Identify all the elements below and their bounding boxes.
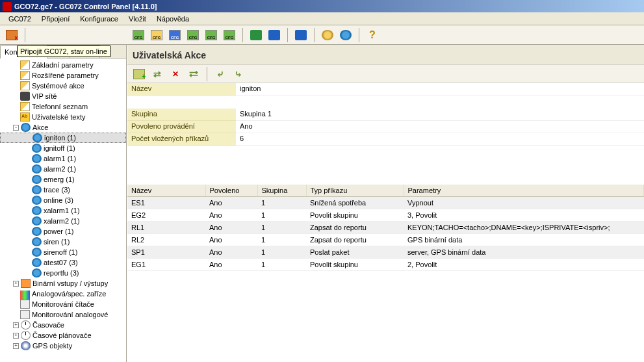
tree-label: Monitorování čítače [32, 300, 94, 308]
tree-item[interactable]: -Akce [0, 122, 126, 133]
titlebar: GCO72.gc7 - GC072 Control Panel [4.11.0] [0, 0, 644, 12]
menu-item[interactable]: Připojení [37, 14, 74, 24]
expander-icon[interactable]: + [13, 333, 19, 339]
table-cell: Povolit skupinu [306, 259, 404, 271]
tree-item[interactable]: sirenoff (1) [0, 247, 126, 257]
expander-icon[interactable]: - [13, 125, 19, 131]
tree-item[interactable]: online (3) [0, 195, 126, 205]
tree-item[interactable]: Analogová/spec. zaříze [0, 289, 126, 299]
cfg-button-4[interactable]: CFG [185, 27, 201, 43]
column-header[interactable]: Název [127, 185, 205, 197]
action-blue-2[interactable] [293, 27, 309, 43]
table-cell: Zapsat do reportu [306, 234, 404, 246]
property-value[interactable]: igniton [236, 83, 644, 96]
column-header[interactable]: Povoleno [205, 185, 257, 197]
table-cell: GPS binární data [404, 234, 644, 246]
tree-item[interactable]: +Časové plánovače [0, 330, 126, 341]
tree-item[interactable]: xalarm2 (1) [0, 216, 126, 226]
menu-item[interactable]: GC072 [4, 14, 36, 24]
table-cell: 1 [257, 259, 306, 271]
table-cell: Ano [205, 234, 257, 246]
outdent-button[interactable]: ⤷ [231, 66, 246, 82]
tree-item[interactable]: VIP sítě [0, 91, 126, 101]
tree-item[interactable]: trace (3) [0, 185, 126, 195]
cfg-button-3[interactable]: CFG [167, 27, 183, 43]
cfg-button-1[interactable]: CFG [131, 27, 146, 43]
tree-item[interactable]: Monitorování analogové [0, 309, 126, 320]
commands-table: NázevPovolenoSkupinaTyp příkazuParametry… [127, 185, 644, 271]
table-row[interactable]: EG2Ano1Povolit skupinu3, Povolit [127, 209, 644, 222]
property-row: Počet vložených příkazů6 [127, 133, 644, 146]
action-green[interactable] [248, 27, 264, 43]
table-cell: 3, Povolit [404, 209, 644, 222]
expander-icon[interactable]: + [13, 281, 19, 287]
tree-icon [21, 341, 31, 350]
connect-button[interactable] [4, 27, 19, 43]
tree-item[interactable]: +GPS objekty [0, 341, 126, 351]
column-header[interactable]: Skupina [257, 185, 306, 197]
gear-blue-button[interactable] [338, 27, 354, 43]
table-cell: 2, Povolit [404, 259, 644, 271]
content-area: Uživatelská Akce ⇄ ✕ ⮂ ⤶ ⤷ Názevigniton … [127, 45, 644, 362]
table-cell: 1 [257, 197, 306, 209]
table-row[interactable]: ES1Ano1Snížená spotřebaVypnout [127, 197, 644, 209]
tree-item[interactable]: Systémové akce [0, 81, 126, 91]
main-toolbar: CFG CFG CFG CFG CFG CFG ? Připojit GC072… [0, 25, 644, 45]
tree-icon [20, 102, 30, 111]
table-row[interactable]: RL2Ano1Zapsat do reportuGPS binární data [127, 234, 644, 246]
table-cell: KEYON;TACHO=<tacho>;DNAME=<key>;ISPRIVAT… [404, 222, 644, 234]
expander-icon[interactable]: + [13, 322, 19, 328]
tree-icon [20, 71, 30, 80]
table-row[interactable]: EG1Ano1Povolit skupinu2, Povolit [127, 259, 644, 271]
tree-item[interactable]: Telefonní seznam [0, 101, 126, 112]
tree-item[interactable]: alarm1 (1) [0, 153, 126, 164]
tree-item[interactable]: ignitoff (1) [0, 143, 126, 153]
tree-label: trace (3) [44, 186, 70, 194]
action-blue[interactable] [266, 27, 282, 43]
tree-item[interactable]: emerg (1) [0, 174, 126, 185]
add-item-button[interactable] [131, 66, 147, 82]
indent-button[interactable]: ⤶ [213, 66, 228, 82]
cfg-button-5[interactable]: CFG [203, 27, 219, 43]
tree-item[interactable]: atest07 (3) [0, 257, 126, 268]
tree-label: ignitoff (1) [44, 144, 75, 152]
table-cell: Snížená spotřeba [306, 197, 404, 209]
tree-label: Časové plánovače [32, 331, 92, 339]
expander-icon[interactable]: + [13, 343, 19, 349]
tree-item[interactable]: igniton (1) [0, 133, 126, 143]
menu-item[interactable]: Konfigurace [75, 14, 123, 24]
help-button[interactable]: ? [365, 27, 380, 43]
table-row[interactable]: RL1Ano1Zapsat do reportuKEYON;TACHO=<tac… [127, 222, 644, 234]
cfg-button-2[interactable]: CFG [149, 27, 164, 43]
sidebar: KonfiguraceStavReport Základní parametry… [0, 45, 127, 362]
tree-item[interactable]: +Binární vstupy / výstupy [0, 278, 126, 289]
tree-item[interactable]: +Časovače [0, 320, 126, 330]
menu-item[interactable]: Vložit [124, 14, 151, 24]
tree-item[interactable]: alarm2 (1) [0, 164, 126, 174]
tree-label: alarm1 (1) [44, 155, 76, 162]
gear-yellow-button[interactable] [320, 27, 335, 43]
tree-label: GPS objekty [32, 342, 72, 350]
tree-icon [20, 60, 30, 70]
column-header[interactable]: Typ příkazu [306, 185, 404, 197]
property-row: Povoleno prováděníAno [127, 121, 644, 133]
tree-item[interactable]: Základní parametry [0, 60, 126, 70]
table-cell: Ano [205, 259, 257, 271]
column-header[interactable]: Parametry [404, 185, 644, 197]
property-value: Ano [236, 121, 644, 133]
tree-item[interactable]: power (1) [0, 226, 126, 237]
tree-item[interactable]: Uživatelské texty [0, 112, 126, 122]
tree-item[interactable]: xalarm1 (1) [0, 205, 126, 216]
delete-item-button[interactable]: ✕ [168, 66, 183, 82]
cfg-button-6[interactable]: CFG [222, 27, 237, 43]
menu-item[interactable]: Nápověda [152, 14, 194, 24]
tree-item[interactable]: siren (1) [0, 237, 126, 247]
table-row[interactable]: SP1Ano1Poslat paketserver, GPS binární d… [127, 246, 644, 259]
edit-item-button[interactable]: ⇄ [149, 66, 165, 82]
table-cell: RL1 [127, 222, 205, 234]
tree-item[interactable]: reportfu (3) [0, 268, 126, 278]
tree-icon [32, 185, 42, 194]
tree-item[interactable]: Monitorování čítače [0, 299, 126, 309]
swap-button[interactable]: ⮂ [186, 66, 201, 82]
tree-item[interactable]: Rozšířené parametry [0, 70, 126, 81]
